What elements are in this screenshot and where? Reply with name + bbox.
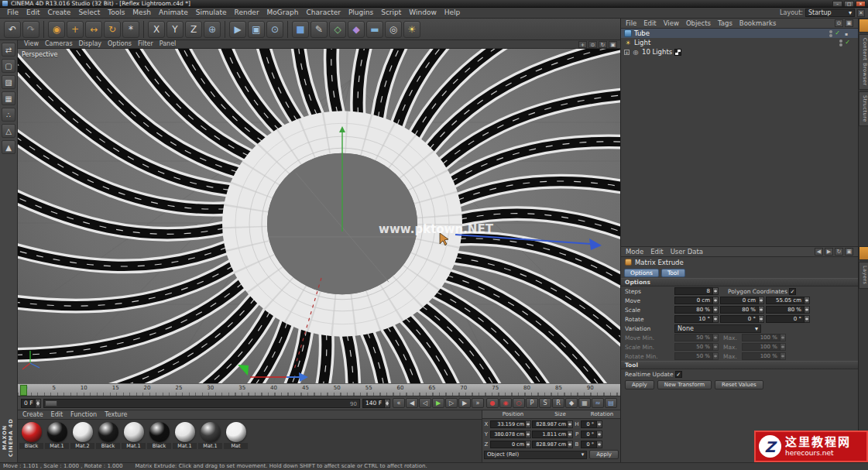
- next-key-button[interactable]: ▶: [458, 398, 471, 408]
- steps-field[interactable]: 8: [674, 287, 713, 295]
- material-black2[interactable]: Black: [96, 422, 120, 449]
- min-field[interactable]: 50 %: [674, 334, 713, 341]
- move-x-field[interactable]: 0 cm: [674, 297, 713, 304]
- visibility-dots[interactable]: [829, 30, 832, 37]
- maximize-button[interactable]: □: [844, 1, 854, 7]
- size-field[interactable]: 828.987 cm: [532, 420, 568, 428]
- material-mat2[interactable]: Mat.2: [70, 422, 94, 449]
- menu-item[interactable]: Help: [441, 8, 465, 18]
- layout-close-icon[interactable]: ✕: [857, 9, 865, 17]
- menu-item[interactable]: View: [664, 19, 679, 27]
- attributes-tab[interactable]: [859, 246, 868, 260]
- current-frame-field[interactable]: 0 F: [21, 399, 36, 408]
- position-stepper[interactable]: [526, 420, 531, 428]
- menu-item[interactable]: User Data: [671, 248, 703, 256]
- previous-key-button[interactable]: ◀: [406, 398, 418, 408]
- max-stepper[interactable]: [781, 343, 786, 351]
- lock-y-axis-icon[interactable]: Y: [166, 21, 184, 38]
- undo-icon[interactable]: ↶: [4, 21, 21, 38]
- tab-tool[interactable]: Tool: [661, 269, 685, 277]
- rotate-view-icon[interactable]: ↻: [599, 41, 607, 48]
- menu-item[interactable]: Simulate: [192, 8, 231, 18]
- rotation-field[interactable]: 0 °: [581, 420, 597, 428]
- menu-item[interactable]: Objects: [686, 19, 711, 27]
- rotate-p-field[interactable]: 0 °: [720, 315, 759, 323]
- max-field[interactable]: 100 %: [742, 343, 781, 351]
- material-mat1d[interactable]: Mat.1: [198, 422, 222, 449]
- record-scale-toggle[interactable]: S: [539, 398, 551, 408]
- scale-tool-icon[interactable]: ↔: [85, 21, 102, 38]
- menu-item[interactable]: Script: [377, 8, 405, 18]
- last-tool-icon[interactable]: *: [122, 21, 139, 38]
- position-field[interactable]: 33.159 cm: [490, 420, 526, 428]
- menu-item[interactable]: Select: [74, 8, 104, 18]
- menu-item[interactable]: Mode: [626, 248, 643, 256]
- material-menu-item[interactable]: Edit: [51, 411, 63, 418]
- record-position-toggle[interactable]: P: [526, 398, 538, 408]
- end-frame-stepper[interactable]: [385, 399, 390, 408]
- material-mat1b[interactable]: Mat.1: [122, 422, 146, 449]
- add-primitive-icon[interactable]: ■: [292, 21, 309, 38]
- menu-item[interactable]: Window: [405, 8, 441, 18]
- current-frame-stepper[interactable]: [36, 399, 41, 408]
- expand-icon[interactable]: +: [624, 50, 630, 55]
- rotate-b-field[interactable]: 0 °: [766, 315, 805, 323]
- material-mat1c[interactable]: Mat.1: [173, 422, 197, 449]
- goto-end-button[interactable]: »: [472, 398, 484, 408]
- rotate-b-stepper[interactable]: [805, 315, 810, 323]
- minimize-button[interactable]: –: [832, 1, 842, 7]
- autokeying-button[interactable]: ◉: [499, 398, 512, 408]
- toggle-view-icon[interactable]: ▣: [609, 41, 617, 48]
- tab-options[interactable]: Options: [624, 269, 659, 277]
- rotation-stepper[interactable]: [597, 431, 602, 438]
- keyframe-selection-button[interactable]: ○: [513, 398, 525, 408]
- rotation-field[interactable]: 0 °: [581, 441, 597, 448]
- menu-item[interactable]: Tools: [104, 8, 129, 18]
- object-row-light[interactable]: ☀ Light ✓: [621, 38, 858, 47]
- material-menu-item[interactable]: Texture: [105, 411, 127, 418]
- menu-item[interactable]: File: [626, 19, 636, 27]
- rotate-tool-icon[interactable]: ↻: [104, 21, 121, 38]
- steps-stepper[interactable]: [713, 287, 719, 295]
- record-parameter-toggle[interactable]: ◆: [565, 398, 578, 408]
- viewport-canvas[interactable]: Perspective: [18, 49, 620, 383]
- min-stepper[interactable]: [713, 352, 719, 360]
- am-history-icon[interactable]: ↻: [835, 248, 843, 256]
- record-pla-toggle[interactable]: ▦: [578, 398, 591, 408]
- rotation-stepper[interactable]: [597, 420, 602, 428]
- timeline-ruler[interactable]: 051015202530354045505560657075808590: [18, 383, 620, 396]
- am-lock-icon[interactable]: ▣: [845, 248, 853, 256]
- playhead[interactable]: [20, 385, 27, 396]
- lock-x-axis-icon[interactable]: X: [148, 21, 165, 38]
- max-field[interactable]: 100 %: [742, 334, 781, 341]
- material-black3[interactable]: Black: [147, 422, 171, 449]
- viewport-menu-item[interactable]: Options: [105, 40, 135, 48]
- new-transform-button[interactable]: New Transform: [657, 380, 712, 389]
- polygon-coordinates-checkbox[interactable]: ✓: [789, 288, 796, 295]
- position-field[interactable]: 0 cm: [490, 441, 526, 448]
- viewport-menu-item[interactable]: View: [21, 40, 42, 48]
- apply-button[interactable]: Apply: [625, 380, 654, 389]
- add-generator-icon[interactable]: ◇: [329, 21, 346, 38]
- close-button[interactable]: ✕: [856, 1, 866, 7]
- add-light-icon[interactable]: ☀: [403, 21, 420, 38]
- tool-section-header[interactable]: Tool: [621, 361, 858, 369]
- next-frame-button[interactable]: ▷: [445, 398, 458, 408]
- timeline-range-slider[interactable]: 90: [43, 399, 360, 408]
- reset-values-button[interactable]: Reset Values: [715, 380, 763, 389]
- end-frame-field[interactable]: 140 F: [362, 399, 385, 408]
- content-browser-tab[interactable]: Content Browser: [859, 34, 868, 90]
- polygons-mode-icon[interactable]: ▲: [2, 140, 15, 154]
- move-z-field[interactable]: 55.05 cm: [766, 297, 805, 304]
- timeline-mode-icon[interactable]: ≈: [592, 398, 604, 408]
- rotation-field[interactable]: 0 °: [581, 431, 597, 438]
- rotate-p-stepper[interactable]: [759, 315, 764, 323]
- menu-item[interactable]: Edit: [22, 8, 43, 18]
- nav-forward-icon[interactable]: ▶: [825, 248, 833, 256]
- min-field[interactable]: 50 %: [674, 352, 713, 360]
- model-mode-icon[interactable]: ▢: [2, 59, 15, 73]
- nav-back-icon[interactable]: ◀: [815, 248, 823, 256]
- pan-view-icon[interactable]: +: [578, 41, 587, 48]
- coordinate-mode-dropdown[interactable]: Object (Rel) ▾: [484, 451, 587, 459]
- object-row-tube[interactable]: Tube ✓ ▪: [621, 29, 858, 38]
